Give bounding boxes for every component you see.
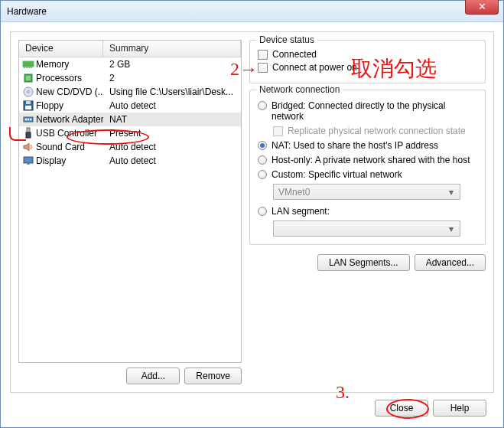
replicate-label: Replicate physical network connection st… — [288, 126, 466, 136]
table-row[interactable]: USB ControllerPresent — [19, 126, 241, 140]
left-column: Device Summary Memory2 GBProcessors2New … — [18, 40, 242, 384]
svg-rect-0 — [23, 61, 34, 67]
device-name: Processors — [36, 73, 82, 83]
row-device-cell: New CD/DVD (... — [19, 86, 103, 98]
row-device-cell: Memory — [19, 58, 103, 70]
connected-checkbox[interactable] — [258, 50, 268, 60]
svg-rect-20 — [27, 163, 30, 165]
table-row[interactable]: DisplayAuto detect — [19, 154, 241, 168]
custom-label: Custom: Specific virtual network — [272, 169, 402, 180]
host-only-label: Host-only: A private network shared with… — [272, 155, 470, 165]
svg-rect-10 — [26, 101, 31, 104]
svg-rect-13 — [25, 119, 27, 120]
svg-point-8 — [28, 91, 30, 93]
list-header: Device Summary — [19, 41, 241, 57]
bridged-label: Bridged: Connected directly to the physi… — [272, 100, 477, 122]
device-name: Floppy — [36, 100, 63, 111]
row-device-cell: Display — [19, 155, 103, 167]
table-row[interactable]: Sound CardAuto detect — [19, 140, 241, 154]
nat-radio[interactable] — [258, 141, 267, 150]
svg-rect-14 — [28, 119, 29, 120]
svg-rect-2 — [26, 67, 28, 68]
host-only-radio[interactable] — [258, 155, 267, 165]
usb-icon — [22, 127, 34, 139]
header-summary[interactable]: Summary — [103, 41, 241, 57]
lan-segments-button[interactable]: LAN Segments... — [317, 254, 410, 271]
row-summary-cell: Auto detect — [103, 142, 241, 152]
row-summary-cell: Auto detect — [103, 100, 241, 111]
header-device[interactable]: Device — [19, 41, 103, 57]
svg-rect-6 — [26, 76, 31, 80]
close-button[interactable]: Close — [375, 400, 428, 417]
list-body: Memory2 GBProcessors2New CD/DVD (...Usin… — [19, 57, 241, 168]
row-device-cell: Floppy — [19, 100, 103, 112]
svg-rect-1 — [24, 67, 25, 68]
memory-icon — [22, 58, 34, 70]
lan-segment-label: LAN segment: — [272, 206, 330, 217]
row-summary-cell: Auto detect — [103, 155, 241, 166]
table-row[interactable]: FloppyAuto detect — [19, 99, 241, 113]
footer-buttons: Close Help — [375, 400, 486, 417]
cd-icon — [22, 86, 34, 98]
row-device-cell: Network Adapter — [19, 113, 103, 126]
network-connection-group: Network connection Bridged: Connected di… — [249, 90, 486, 245]
device-name: Sound Card — [36, 142, 85, 152]
chevron-down-icon: ▾ — [446, 187, 457, 198]
svg-rect-3 — [28, 67, 30, 68]
svg-rect-17 — [26, 132, 31, 138]
left-buttons: Add... Remove — [18, 368, 242, 384]
table-row[interactable]: Processors2 — [19, 71, 241, 85]
replicate-checkbox — [273, 126, 283, 136]
help-button[interactable]: Help — [433, 400, 486, 417]
add-button[interactable]: Add... — [126, 368, 180, 384]
custom-radio[interactable] — [258, 170, 267, 179]
sound-icon — [22, 141, 34, 153]
floppy-icon — [22, 100, 34, 112]
display-icon — [22, 155, 34, 167]
device-name: Display — [36, 155, 66, 166]
content-area: Device Summary Memory2 GBProcessors2New … — [1, 22, 503, 427]
row-summary-cell: Present — [103, 128, 241, 139]
cpu-icon — [22, 72, 34, 84]
connected-label: Connected — [272, 49, 317, 60]
table-row[interactable]: Network AdapterNAT — [19, 113, 241, 126]
row-summary-cell: 2 GB — [103, 59, 241, 70]
row-summary-cell: NAT — [103, 114, 241, 125]
svg-marker-18 — [24, 143, 29, 151]
row-device-cell: Processors — [19, 72, 103, 84]
advanced-button[interactable]: Advanced... — [415, 254, 486, 271]
device-list[interactable]: Device Summary Memory2 GBProcessors2New … — [18, 40, 242, 363]
svg-rect-15 — [30, 119, 31, 120]
bridged-radio[interactable] — [258, 101, 267, 110]
row-summary-cell: 2 — [103, 73, 241, 83]
connect-at-power-on-label: Connect at power on — [272, 62, 357, 73]
connect-at-power-on-checkbox[interactable] — [258, 63, 268, 73]
titlebar: Hardware ✕ — [1, 1, 503, 22]
svg-rect-11 — [25, 106, 31, 109]
table-row[interactable]: New CD/DVD (...Using file C:\Users\liair… — [19, 85, 241, 99]
row-device-cell: Sound Card — [19, 141, 103, 153]
right-column: Device status Connected Connect at power… — [249, 40, 486, 384]
device-status-group: Device status Connected Connect at power… — [249, 40, 486, 83]
svg-rect-4 — [31, 67, 32, 68]
svg-rect-19 — [24, 157, 33, 163]
network-connection-title: Network connection — [256, 84, 343, 95]
custom-network-combo: VMnet0 ▾ — [273, 184, 460, 200]
custom-network-value: VMnet0 — [278, 187, 310, 198]
nat-label: NAT: Used to share the host's IP address — [272, 140, 438, 151]
svg-rect-16 — [27, 128, 30, 132]
window-close-button[interactable]: ✕ — [465, 0, 499, 15]
main-panel: Device Summary Memory2 GBProcessors2New … — [10, 31, 494, 393]
net-icon — [22, 113, 34, 126]
remove-button[interactable]: Remove — [184, 368, 242, 384]
device-name: USB Controller — [36, 128, 97, 139]
lan-segment-combo: ▾ — [273, 221, 460, 237]
table-row[interactable]: Memory2 GB — [19, 57, 241, 71]
right-buttons: LAN Segments... Advanced... — [249, 254, 486, 271]
device-status-title: Device status — [256, 34, 317, 45]
row-device-cell: USB Controller — [19, 127, 103, 139]
lan-segment-radio[interactable] — [258, 207, 267, 216]
device-name: Network Adapter — [36, 114, 103, 125]
device-name: Memory — [36, 59, 69, 70]
chevron-down-icon: ▾ — [446, 224, 457, 234]
